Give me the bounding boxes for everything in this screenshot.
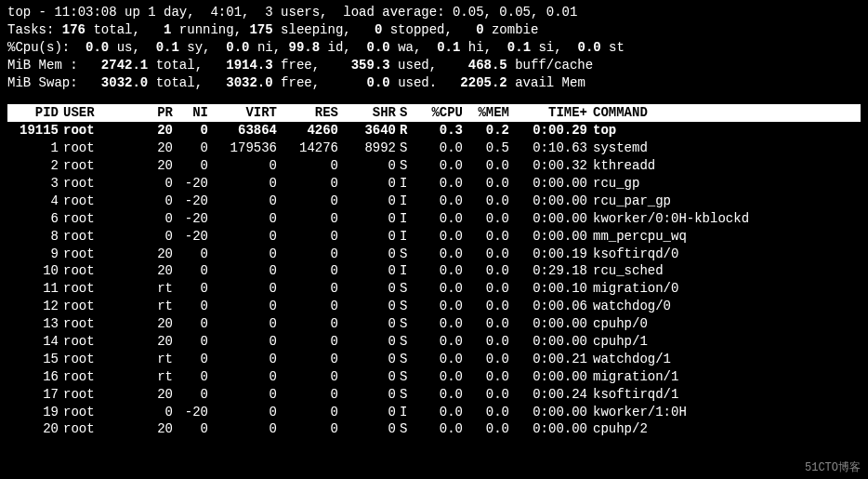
- table-row: 6root0-20000I0.00.00:00.00kworker/0:0H-k…: [7, 210, 861, 228]
- cell-pid: 4: [7, 193, 59, 210]
- table-row: 15rootrt0000S0.00.00:00.21watchdog/1: [7, 351, 861, 368]
- cell-s: R: [396, 122, 416, 140]
- table-row: 17root200000S0.00.00:00.24ksoftirqd/1: [7, 386, 861, 404]
- cell-s: I: [396, 193, 416, 210]
- cell-s: S: [396, 140, 416, 157]
- summary-line-1: top - 11:03:08 up 1 day, 4:01, 3 users, …: [7, 4, 861, 21]
- cell-time: 0:00.10: [509, 280, 587, 298]
- cell-cmd: watchdog/0: [587, 298, 861, 315]
- cell-cmd: migration/0: [587, 280, 861, 298]
- table-row: 19115root2006386442603640R0.30.20:00.29t…: [7, 122, 861, 140]
- cell-cmd: cpuhp/2: [587, 420, 861, 438]
- cell-s: S: [396, 315, 416, 333]
- cell-user: root: [59, 351, 121, 368]
- table-row: 19root0-20000I0.00.00:00.00kworker/1:0H: [7, 404, 861, 421]
- cell-shr: 0: [338, 298, 396, 315]
- cell-pid: 20: [7, 420, 59, 438]
- cell-s: I: [396, 210, 416, 228]
- cell-shr: 0: [338, 157, 396, 175]
- cell-virt: 0: [208, 351, 277, 368]
- cell-cmd: mm_percpu_wq: [587, 228, 861, 246]
- cell-mem: 0.0: [463, 298, 509, 315]
- cell-shr: 0: [338, 333, 396, 351]
- cell-pid: 19115: [7, 122, 59, 140]
- cell-pid: 10: [7, 262, 59, 280]
- cell-user: root: [59, 246, 121, 263]
- cell-pr: 20: [121, 157, 173, 175]
- cell-s: I: [396, 404, 416, 421]
- cell-res: 0: [277, 315, 338, 333]
- cell-pid: 17: [7, 386, 59, 404]
- cell-user: root: [59, 280, 121, 298]
- col-user: USER: [59, 104, 121, 122]
- cell-virt: 0: [208, 262, 277, 280]
- summary-swap: MiB Swap: 3032.0 total, 3032.0 free, 0.0…: [7, 74, 861, 92]
- table-row: 8root0-20000I0.00.00:00.00mm_percpu_wq: [7, 228, 861, 246]
- cell-shr: 0: [338, 351, 396, 368]
- cell-cpu: 0.0: [416, 420, 463, 438]
- cell-shr: 0: [338, 368, 396, 386]
- cell-s: S: [396, 420, 416, 438]
- cell-res: 14276: [277, 140, 338, 157]
- table-row: 13root200000S0.00.00:00.00cpuhp/0: [7, 315, 861, 333]
- cell-time: 0:00.00: [509, 228, 587, 246]
- cell-s: I: [396, 175, 416, 193]
- cell-user: root: [59, 228, 121, 246]
- cell-mem: 0.0: [463, 333, 509, 351]
- cell-cmd: ksoftirqd/1: [587, 386, 861, 404]
- cell-user: root: [59, 420, 121, 438]
- cell-ni: -20: [173, 404, 208, 421]
- cell-user: root: [59, 193, 121, 210]
- cell-cpu: 0.0: [416, 175, 463, 193]
- cell-ni: 0: [173, 368, 208, 386]
- table-row: 12rootrt0000S0.00.00:00.06watchdog/0: [7, 298, 861, 315]
- cell-user: root: [59, 368, 121, 386]
- cell-user: root: [59, 175, 121, 193]
- cell-pid: 19: [7, 404, 59, 421]
- table-row: 20root200000S0.00.00:00.00cpuhp/2: [7, 420, 861, 438]
- cell-time: 0:29.18: [509, 262, 587, 280]
- cell-time: 0:00.00: [509, 193, 587, 210]
- cell-cpu: 0.0: [416, 298, 463, 315]
- cell-shr: 0: [338, 175, 396, 193]
- cell-time: 0:00.00: [509, 210, 587, 228]
- cell-cmd: cpuhp/1: [587, 333, 861, 351]
- cell-virt: 0: [208, 420, 277, 438]
- cell-user: root: [59, 333, 121, 351]
- cell-cpu: 0.0: [416, 315, 463, 333]
- cell-res: 0: [277, 210, 338, 228]
- cell-virt: 0: [208, 404, 277, 421]
- cell-shr: 0: [338, 404, 396, 421]
- cell-ni: 0: [173, 157, 208, 175]
- cell-pr: 20: [121, 315, 173, 333]
- cell-pid: 9: [7, 246, 59, 263]
- col-virt: VIRT: [208, 104, 277, 122]
- summary-tasks: Tasks: 176 total, 1 running, 175 sleepin…: [7, 21, 861, 39]
- cell-ni: 0: [173, 262, 208, 280]
- cell-pr: rt: [121, 351, 173, 368]
- cell-virt: 63864: [208, 122, 277, 140]
- cell-cmd: systemd: [587, 140, 861, 157]
- cell-res: 0: [277, 175, 338, 193]
- cell-s: S: [396, 368, 416, 386]
- col-mem: %MEM: [463, 104, 509, 122]
- cell-pr: rt: [121, 298, 173, 315]
- cell-mem: 0.2: [463, 122, 509, 140]
- col-ni: NI: [173, 104, 208, 122]
- cell-cmd: kthreadd: [587, 157, 861, 175]
- cell-cpu: 0.0: [416, 210, 463, 228]
- cell-virt: 0: [208, 368, 277, 386]
- cell-ni: 0: [173, 246, 208, 263]
- cell-res: 0: [277, 386, 338, 404]
- cell-mem: 0.0: [463, 175, 509, 193]
- cell-cpu: 0.3: [416, 122, 463, 140]
- cell-res: 0: [277, 351, 338, 368]
- cell-pid: 14: [7, 333, 59, 351]
- cell-time: 0:10.63: [509, 140, 587, 157]
- cell-cpu: 0.0: [416, 193, 463, 210]
- table-row: 14root200000S0.00.00:00.00cpuhp/1: [7, 333, 861, 351]
- cell-ni: -20: [173, 175, 208, 193]
- cell-time: 0:00.00: [509, 420, 587, 438]
- cell-virt: 0: [208, 193, 277, 210]
- cell-shr: 0: [338, 246, 396, 263]
